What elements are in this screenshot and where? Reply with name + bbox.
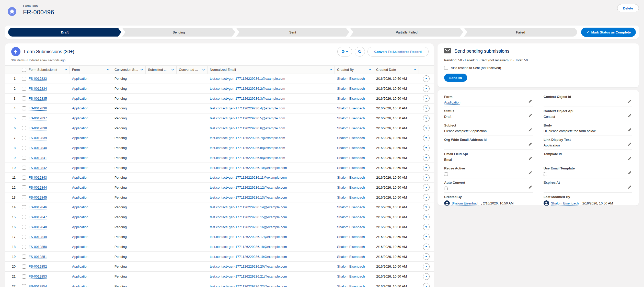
user-link[interactable]: Shalom Eisenbach [452, 201, 479, 205]
submission-link[interactable]: FS-0012842 [29, 166, 47, 170]
row-checkbox[interactable] [22, 176, 26, 180]
created-by-link[interactable]: Shalom Eisenbach [337, 245, 365, 249]
normalized-email-link[interactable]: test.contact+gen-1771126229236.15@exampl… [210, 215, 287, 219]
path-stage-failed[interactable]: Failed [464, 28, 577, 37]
form-link[interactable]: Application [72, 97, 88, 100]
row-actions-button[interactable] [423, 164, 430, 171]
row-checkbox[interactable] [22, 235, 26, 239]
row-actions-button[interactable] [423, 204, 430, 211]
submission-link[interactable]: FS-0012845 [29, 196, 47, 199]
form-link[interactable]: Application [72, 77, 88, 81]
created-by-link[interactable]: Shalom Eisenbach [337, 136, 365, 140]
submission-link[interactable]: FS-0012844 [29, 186, 47, 189]
row-checkbox[interactable] [22, 146, 26, 150]
form-link[interactable]: Application [72, 274, 88, 278]
normalized-email-link[interactable]: test.contact+gen-1771126229236.11@exampl… [210, 176, 287, 179]
submission-link[interactable]: FS-0012849 [29, 235, 47, 239]
col-submitted[interactable]: Submitted ... [146, 66, 177, 74]
row-checkbox[interactable] [22, 225, 26, 229]
submission-link[interactable]: FS-0012853 [29, 274, 47, 278]
normalized-email-link[interactable]: test.contact+gen-1771126229236.8@example… [210, 146, 285, 150]
row-checkbox[interactable] [22, 284, 26, 287]
normalized-email-link[interactable]: test.contact+gen-1771126229236.16@exampl… [210, 225, 287, 229]
path-stage-partially-failed[interactable]: Partially Failed [350, 28, 463, 37]
form-link[interactable]: Application [72, 215, 88, 219]
normalized-email-link[interactable]: test.contact+gen-1771126229236.20@exampl… [210, 265, 287, 268]
created-by-link[interactable]: Shalom Eisenbach [337, 146, 365, 150]
row-actions-button[interactable] [423, 135, 430, 141]
normalized-email-link[interactable]: test.contact+gen-1771126229236.12@exampl… [210, 186, 287, 189]
row-actions-button[interactable] [423, 85, 430, 92]
form-link[interactable]: Application [72, 116, 88, 120]
row-checkbox[interactable] [22, 136, 26, 140]
normalized-email-link[interactable]: test.contact+gen-1771126229236.7@example… [210, 136, 285, 140]
row-actions-button[interactable] [423, 253, 430, 260]
normalized-email-link[interactable]: test.contact+gen-1771126229236.6@example… [210, 126, 285, 130]
row-checkbox[interactable] [22, 106, 26, 110]
submission-link[interactable]: FS-0012835 [29, 97, 47, 100]
row-checkbox[interactable] [22, 166, 26, 170]
row-checkbox[interactable] [22, 156, 26, 160]
submission-link[interactable]: FS-0012846 [29, 205, 47, 209]
created-by-link[interactable]: Shalom Eisenbach [337, 284, 365, 287]
row-checkbox[interactable] [22, 77, 26, 81]
form-link[interactable]: Application [72, 156, 88, 160]
path-stage-draft[interactable]: Draft [8, 28, 121, 37]
normalized-email-link[interactable]: test.contact+gen-1771126229236.14@exampl… [210, 205, 287, 209]
created-by-link[interactable]: Shalom Eisenbach [337, 87, 365, 90]
path-stage-sent[interactable]: Sent [236, 28, 349, 37]
submission-link[interactable]: FS-0012843 [29, 176, 47, 179]
row-checkbox[interactable] [22, 116, 26, 120]
row-actions-button[interactable] [423, 145, 430, 151]
normalized-email-link[interactable]: test.contact+gen-1771126229236.17@exampl… [210, 235, 287, 239]
created-by-link[interactable]: Shalom Eisenbach [337, 235, 365, 239]
edit-reuse-active-button[interactable] [528, 171, 532, 176]
normalized-email-link[interactable]: test.contact+gen-1771126229236.18@exampl… [210, 245, 287, 249]
refresh-button[interactable]: ↻ [355, 47, 365, 56]
submission-link[interactable]: FS-0012852 [29, 265, 47, 268]
row-checkbox[interactable] [22, 255, 26, 259]
edit-context-object-api-button[interactable] [627, 114, 632, 118]
col-converted[interactable]: Converted ... [177, 66, 208, 74]
row-checkbox[interactable] [22, 274, 26, 279]
form-link[interactable]: Application [72, 166, 88, 170]
edit-link-display-text-button[interactable] [627, 142, 632, 147]
row-actions-button[interactable] [423, 105, 430, 112]
submission-link[interactable]: FS-0012838 [29, 126, 47, 130]
submission-link[interactable]: FS-0012840 [29, 146, 47, 150]
resend-checkbox[interactable] [444, 66, 448, 70]
submission-link[interactable]: FS-0012851 [29, 255, 47, 259]
send-button[interactable]: Send 50 [444, 74, 467, 82]
edit-email-field-api-button[interactable] [528, 157, 532, 161]
col-created-date[interactable]: Created Date [374, 66, 419, 74]
row-checkbox[interactable] [22, 87, 26, 91]
row-actions-button[interactable] [423, 283, 430, 287]
created-by-link[interactable]: Shalom Eisenbach [337, 126, 365, 130]
edit-template-id-button[interactable] [627, 157, 632, 161]
created-by-link[interactable]: Shalom Eisenbach [337, 205, 365, 209]
form-link[interactable]: Application [72, 87, 88, 90]
submission-link[interactable]: FS-0012847 [29, 215, 47, 219]
form-link[interactable]: Application [72, 196, 88, 199]
submission-link[interactable]: FS-0012854 [29, 284, 47, 287]
path-stage-sending[interactable]: Sending [122, 28, 235, 37]
form-link[interactable]: Application [72, 255, 88, 259]
created-by-link[interactable]: Shalom Eisenbach [337, 225, 365, 229]
created-by-link[interactable]: Shalom Eisenbach [337, 255, 365, 259]
list-settings-button[interactable]: ⚙ [337, 47, 352, 56]
submission-link[interactable]: FS-0012837 [29, 116, 47, 120]
col-form[interactable]: Form [70, 66, 112, 74]
resend-option[interactable]: Also resend to Sent (not received) [444, 66, 632, 70]
submission-link[interactable]: FS-0012834 [29, 87, 47, 90]
form-link[interactable]: Application [72, 176, 88, 179]
user-link[interactable]: Shalom Eisenbach [551, 201, 579, 205]
col-created-by[interactable]: Created By [335, 66, 374, 74]
form-link[interactable]: Application [72, 284, 88, 287]
submission-link[interactable]: FS-0012833 [29, 77, 47, 81]
row-actions-button[interactable] [423, 273, 430, 280]
submission-link[interactable]: FS-0012850 [29, 245, 47, 249]
normalized-email-link[interactable]: test.contact+gen-1771126229236.2@example… [210, 87, 285, 90]
row-actions-button[interactable] [423, 263, 430, 270]
row-checkbox[interactable] [22, 126, 26, 130]
row-actions-button[interactable] [423, 244, 430, 250]
